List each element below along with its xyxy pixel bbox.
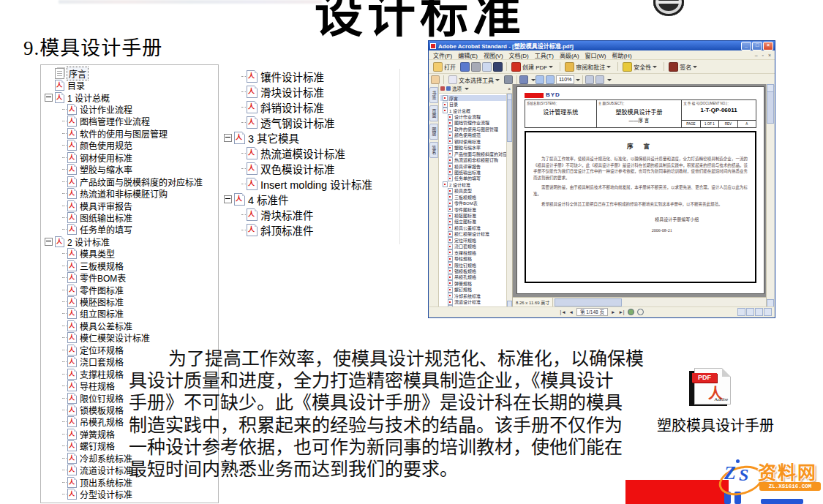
bookmark-item[interactable]: 吊模孔规格 (440, 274, 512, 280)
close-button[interactable]: × (763, 42, 773, 50)
tree-item[interactable]: 热流道和非标模胚订购 (45, 187, 218, 199)
page-layout-icon[interactable] (595, 75, 604, 84)
tree-item[interactable]: 模仁模架设计标准 (45, 332, 218, 344)
new-bookmark-icon[interactable] (446, 86, 451, 91)
tree-item[interactable]: 设计作业流程 (45, 103, 218, 115)
search-icon[interactable] (493, 62, 503, 72)
vertical-scrollbar[interactable] (766, 84, 774, 307)
create-pdf-button[interactable]: 创建 PDF (509, 61, 555, 73)
tree-item[interactable]: 组立图标准 (45, 308, 218, 320)
facing-layout-icon[interactable] (755, 308, 763, 316)
previous-page-icon[interactable]: ◄ (569, 309, 574, 315)
menu-item[interactable]: 文档(D) (506, 51, 532, 59)
menu-item[interactable]: 帮助(H) (609, 51, 634, 59)
tree-item[interactable]: 2 设计标准 (45, 236, 218, 247)
nav-tab-书签[interactable]: 书签 (429, 87, 438, 103)
tree-item[interactable]: 钢材使用标准 (45, 151, 218, 163)
tree-expander-icon[interactable] (45, 238, 53, 246)
review-comment-button[interactable]: 审阅和批注 (563, 61, 613, 73)
horizontal-scroll-thumb[interactable] (555, 298, 622, 306)
tree-expander-icon[interactable] (45, 94, 53, 102)
tree-item[interactable]: 4 标准件 (222, 192, 399, 207)
tree-item[interactable]: 滑块标准件 (222, 207, 399, 222)
tree-expander-icon[interactable] (224, 195, 232, 203)
nav-tab-图层[interactable]: 图层 (429, 124, 438, 140)
sign-button[interactable]: 签名 (666, 61, 699, 73)
tree-item[interactable]: 透气钢设计标准 (222, 115, 399, 130)
open-button[interactable]: 打开 (431, 61, 458, 73)
tree-item[interactable]: 颜色使用规范 (45, 140, 218, 151)
last-page-icon[interactable]: ►| (618, 309, 624, 315)
tree-item[interactable]: 目录 (45, 79, 218, 91)
nav-tab-页面[interactable]: 页面 (429, 105, 438, 121)
tree-item[interactable]: 热流道模设计标准 (222, 146, 399, 161)
continuous-layout-icon[interactable] (746, 308, 754, 316)
menu-item[interactable]: 工具(T) (532, 51, 557, 59)
menu-item[interactable]: 文件(F) (430, 51, 455, 59)
maximize-button[interactable]: □ (752, 42, 762, 50)
options-menu[interactable]: 选项 (452, 85, 462, 92)
tree-item[interactable]: 双色模设计标准 (222, 161, 399, 176)
tree-item[interactable]: 三板模规格 (45, 260, 218, 271)
save-icon[interactable] (460, 62, 470, 72)
tree-item[interactable]: 斜销设计标准 (222, 99, 399, 115)
tree-item[interactable]: 3 其它模具 (222, 130, 399, 146)
next-view-icon[interactable] (546, 75, 555, 84)
menu-item[interactable]: 高级(A) (557, 51, 582, 59)
panel-close-icon[interactable]: × (508, 86, 511, 91)
tree-item[interactable]: 模胚图标准 (45, 296, 218, 307)
page-nav-box[interactable]: 第 1/148 页 (576, 308, 608, 316)
tree-item[interactable]: 任务单的填写 (45, 224, 218, 236)
tree-item[interactable]: 产品纹面与脱模斜度的对应标准 (45, 176, 218, 187)
scroll-thumb[interactable] (767, 91, 774, 124)
pdf-file-shortcut[interactable]: PDF 人 Adobe (693, 368, 732, 405)
email-icon[interactable] (482, 62, 492, 72)
expand-bookmark-icon[interactable] (440, 86, 445, 91)
tree-item[interactable]: 斜顶标准件 (222, 222, 399, 238)
rotate-view-icon[interactable] (585, 75, 594, 84)
menu-item[interactable]: 编辑(E) (455, 51, 481, 59)
tree-item[interactable]: 软件的使用与图层管理 (45, 127, 218, 139)
next-view-dot-icon[interactable] (637, 309, 644, 315)
mdi-window-controls[interactable]: ‒ ▫ × (755, 53, 775, 58)
scroll-thumb[interactable] (507, 99, 512, 142)
tree-item[interactable]: 序言 (45, 67, 218, 79)
next-page-icon[interactable]: ► (611, 309, 615, 315)
tree-item[interactable]: Insert molding 设计标准 (222, 176, 399, 192)
tree-item[interactable]: 模具公差标准 (45, 320, 218, 331)
zoom-level-box[interactable]: 110% (556, 75, 574, 84)
snapshot-icon[interactable] (504, 75, 513, 84)
tree-item[interactable]: 塑胶与缩水率 (45, 164, 218, 176)
tree-item[interactable]: 零件BOM表 (45, 271, 218, 283)
minimize-button[interactable]: _ (741, 42, 751, 50)
tree-item[interactable]: 零件图标准 (45, 284, 218, 296)
tree-expander-icon[interactable] (224, 134, 232, 142)
tree-item[interactable]: 模具评审报告 (45, 200, 218, 211)
acrobat-titlebar[interactable]: Adobe Acrobat Standard - [塑胶模具设计标准.pdf] … (429, 41, 775, 50)
zoom-tool-icon[interactable] (519, 75, 528, 84)
previous-view-dot-icon[interactable] (628, 309, 634, 315)
bookmarks-scrollbar[interactable] (506, 94, 512, 307)
bookmark-item[interactable]: 弹簧规格 (440, 280, 512, 286)
tree-item-label: 图档管理作业流程 (80, 115, 150, 127)
tree-item[interactable]: 镶件设计标准 (222, 69, 399, 84)
tree-item[interactable]: 图档管理作业流程 (45, 116, 218, 127)
bookmark-item[interactable]: 2 设计标准 (440, 181, 512, 187)
tree-item[interactable]: 分型设计标准 (45, 488, 218, 500)
secure-button[interactable]: 安全性 (620, 61, 659, 73)
nav-tab-签名[interactable]: 签名 (429, 142, 438, 158)
hand-tool-icon[interactable] (431, 75, 440, 84)
continuous-facing-layout-icon[interactable] (764, 308, 772, 316)
bookmark-item[interactable]: 任务单的填写 (440, 176, 512, 181)
tree-item[interactable]: 滑块设计标准 (222, 84, 399, 99)
previous-view-icon[interactable] (535, 75, 544, 84)
tree-item[interactable]: 图纸输出标准 (45, 211, 218, 223)
tree-item[interactable]: 模具类型 (45, 248, 218, 260)
menu-item[interactable]: 视图(V) (481, 51, 506, 59)
print-icon[interactable] (471, 62, 481, 72)
tree-item[interactable]: 1 设计总概 (45, 91, 218, 103)
bookmark-item[interactable]: 支撑柱规格 (440, 249, 512, 255)
first-page-icon[interactable]: |◄ (560, 309, 565, 315)
menu-item[interactable]: 窗口(W) (582, 51, 609, 59)
single-page-layout-icon[interactable] (737, 308, 745, 316)
